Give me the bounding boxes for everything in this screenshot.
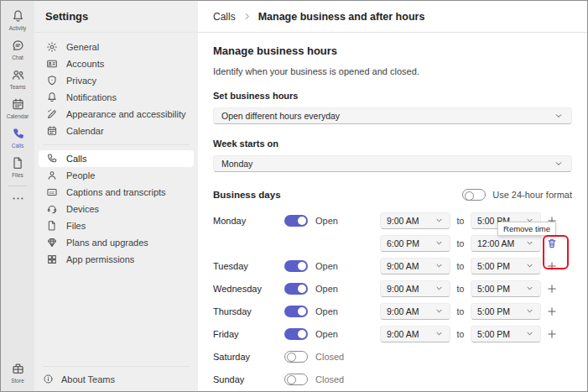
day-label: Sunday bbox=[213, 374, 284, 384]
time-from-select[interactable]: 9:00 AM bbox=[380, 280, 450, 297]
chevron-down-icon bbox=[525, 261, 534, 270]
time-value: 5:00 PM bbox=[477, 261, 510, 271]
wednesday-open-toggle[interactable] bbox=[284, 283, 308, 295]
time-from-select[interactable]: 9:00 AM bbox=[380, 212, 450, 229]
add-time-button[interactable] bbox=[546, 306, 558, 317]
time-value: 5:00 PM bbox=[477, 284, 510, 294]
sidebar-item-captions-and-transcripts[interactable]: CCCaptions and transcripts bbox=[39, 184, 194, 201]
rail-item-label: Teams bbox=[9, 84, 25, 90]
rail-item-label: Calendar bbox=[7, 113, 29, 119]
sidebar-item-devices[interactable]: Devices bbox=[39, 201, 194, 217]
about-teams-button[interactable]: About Teams bbox=[43, 366, 190, 391]
sunday-open-toggle[interactable] bbox=[284, 374, 308, 385]
rail-item-files[interactable]: Files bbox=[1, 152, 34, 181]
more-icon bbox=[11, 191, 25, 206]
chevron-down-icon bbox=[554, 159, 564, 169]
friday-open-toggle[interactable] bbox=[284, 328, 308, 340]
monday-open-toggle[interactable] bbox=[284, 215, 308, 227]
sidebar-item-general[interactable]: General bbox=[39, 39, 194, 55]
chevron-down-icon bbox=[434, 306, 444, 316]
use-24-hour-toggle[interactable] bbox=[462, 189, 486, 201]
rail-item-calls[interactable]: Calls bbox=[1, 123, 34, 152]
svg-text:CC: CC bbox=[49, 191, 55, 195]
add-time-button[interactable] bbox=[546, 283, 558, 295]
day-toggle-group: Open bbox=[284, 283, 380, 295]
sidebar-item-notifications[interactable]: Notifications bbox=[39, 89, 194, 106]
day-label: Wednesday bbox=[213, 284, 284, 294]
breadcrumb-calls-link[interactable]: Calls bbox=[213, 11, 236, 23]
add-time-button[interactable] bbox=[546, 260, 558, 272]
time-from-select[interactable]: 9:00 AM bbox=[380, 303, 450, 320]
shield-icon bbox=[46, 75, 58, 86]
sidebar-item-files[interactable]: Files bbox=[39, 217, 194, 234]
settings-header: Settings bbox=[34, 1, 198, 33]
rail-item-activity[interactable]: Activity bbox=[1, 5, 34, 34]
time-to-select[interactable]: 5:00 PM bbox=[471, 280, 541, 297]
about-teams-label: About Teams bbox=[61, 374, 115, 384]
person-icon bbox=[46, 170, 58, 181]
cc-icon: CC bbox=[46, 186, 58, 198]
day-state-label: Open bbox=[315, 284, 338, 294]
day-row-wednesday: WednesdayOpen9:00 AMto5:00 PM bbox=[213, 277, 572, 300]
time-to-select[interactable]: 5:00 PM bbox=[471, 326, 541, 342]
chevron-right-icon bbox=[242, 12, 252, 21]
week-starts-label: Week starts on bbox=[213, 139, 572, 149]
chevron-down-icon bbox=[434, 329, 444, 338]
calendar-icon bbox=[11, 97, 25, 112]
sidebar-item-calls[interactable]: Calls bbox=[39, 150, 194, 167]
time-to-select[interactable]: 5:00 PM bbox=[471, 258, 541, 274]
file-icon bbox=[46, 220, 58, 232]
time-to-select[interactable]: 5:00 PM bbox=[471, 303, 541, 320]
sidebar-item-people[interactable]: People bbox=[39, 167, 194, 184]
rail-item-store[interactable]: Store bbox=[1, 358, 34, 387]
page-title: Manage business hours bbox=[213, 44, 572, 57]
rail-item-calendar[interactable]: Calendar bbox=[1, 93, 34, 123]
sidebar-item-app-permissions[interactable]: App permissions bbox=[39, 251, 194, 268]
remove-time-tooltip: Remove time bbox=[497, 222, 556, 236]
rail-item-teams[interactable]: Teams bbox=[1, 64, 34, 93]
tuesday-open-toggle[interactable] bbox=[284, 260, 308, 272]
sidebar-item-label: Appearance and accessibility bbox=[66, 109, 185, 119]
sidebar-item-accounts[interactable]: Accounts bbox=[39, 55, 194, 72]
sidebar-item-appearance-and-accessibility[interactable]: Appearance and accessibility bbox=[39, 106, 194, 123]
to-label: to bbox=[450, 329, 471, 339]
time-from-select[interactable]: 9:00 AM bbox=[380, 258, 450, 274]
phone-icon bbox=[11, 127, 25, 141]
to-label: to bbox=[450, 238, 471, 248]
sidebar-item-calendar[interactable]: Calendar bbox=[39, 123, 194, 139]
time-from-select[interactable]: 6:00 PM bbox=[380, 235, 450, 252]
saturday-open-toggle[interactable] bbox=[284, 351, 308, 363]
time-to-select[interactable]: 12:00 AM bbox=[471, 235, 541, 252]
rail-item-label: Calls bbox=[12, 143, 23, 149]
set-business-hours-select[interactable]: Open different hours everyday bbox=[213, 107, 572, 124]
day-state-label: Closed bbox=[315, 374, 344, 384]
week-starts-select[interactable]: Monday bbox=[213, 155, 572, 172]
rail-item-label: Store bbox=[11, 378, 24, 384]
remove-time-button[interactable] bbox=[546, 238, 558, 249]
sidebar-item-plans-and-upgrades[interactable]: Plans and upgrades bbox=[39, 234, 194, 251]
day-label: Thursday bbox=[213, 306, 284, 316]
chevron-down-icon bbox=[434, 216, 444, 225]
sidebar-item-label: Files bbox=[66, 221, 86, 231]
bell-icon bbox=[11, 9, 25, 24]
day-label: Saturday bbox=[213, 352, 284, 362]
time-value: 9:00 AM bbox=[387, 306, 419, 316]
day-toggle-group: Closed bbox=[284, 374, 380, 385]
to-label: to bbox=[450, 284, 471, 294]
format-toggle-group: Use 24-hour format bbox=[462, 189, 572, 201]
sidebar-item-label: People bbox=[66, 170, 95, 180]
slot-action-cell bbox=[541, 283, 563, 295]
rail-item-more[interactable] bbox=[1, 189, 34, 207]
add-time-button[interactable] bbox=[546, 328, 558, 340]
use-24-hour-label: Use 24-hour format bbox=[492, 190, 572, 200]
time-from-select[interactable]: 9:00 AM bbox=[380, 326, 450, 342]
business-days-label: Business days bbox=[213, 190, 281, 200]
sidebar-item-privacy[interactable]: Privacy bbox=[39, 72, 194, 89]
apps-icon bbox=[46, 253, 58, 265]
thursday-open-toggle[interactable] bbox=[284, 306, 308, 317]
time-value: 5:00 PM bbox=[477, 306, 510, 316]
day-label: Monday bbox=[213, 216, 284, 226]
time-value: 9:00 AM bbox=[387, 216, 419, 226]
rail-item-chat[interactable]: Chat bbox=[1, 34, 34, 64]
bell-icon bbox=[46, 91, 58, 103]
